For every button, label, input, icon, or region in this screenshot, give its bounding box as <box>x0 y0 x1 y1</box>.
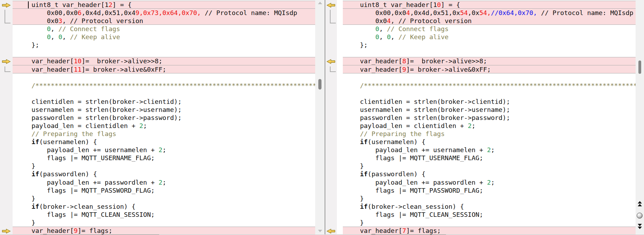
code-line[interactable]: if(passwordlen) { <box>343 170 636 178</box>
autoscroll-origin-icon[interactable] <box>637 213 643 219</box>
code-segment: 0 <box>437 1 441 8</box>
code-line[interactable]: } <box>13 194 315 202</box>
diff-code-line[interactable]: var_header[11]= broker->alive&0xFF; <box>13 65 315 73</box>
code-line[interactable]: payload_len = clientidlen + 2; <box>13 122 315 130</box>
right-vertical-scrollbar[interactable] <box>636 0 644 234</box>
left-scrollbar-thumb[interactable] <box>318 79 321 90</box>
code-line[interactable]: 0, // Connect flags <box>13 25 315 33</box>
code-segment: /***************************************… <box>16 82 315 89</box>
code-segment: var_header[ <box>16 57 74 65</box>
diff-code-line[interactable]: var_header[8]= broker->alive>>8; <box>343 57 636 65</box>
diff-code-line[interactable]: 0x03, // Protocol version <box>13 17 315 25</box>
scroll-up-icon[interactable] <box>315 0 325 6</box>
diff-code-line[interactable]: 0x00,0x06,0x4d,0x51,0x49,0x73,0x64,0x70,… <box>13 9 315 17</box>
code-segment: if <box>345 170 368 178</box>
code-line[interactable]: } <box>13 162 315 170</box>
right-scrollbar-thumb[interactable] <box>638 60 641 74</box>
code-line[interactable]: payload_len = clientidlen + 2; <box>343 122 636 130</box>
code-segment: , // Protocol version <box>391 17 472 24</box>
code-segment: // Keep alive <box>70 33 120 41</box>
scroll-to-bottom-icon[interactable] <box>637 224 643 229</box>
code-line[interactable]: if(usernamelen) { <box>13 138 315 146</box>
code-line[interactable]: /***************************************… <box>343 81 636 90</box>
code-line[interactable] <box>13 90 315 98</box>
code-line[interactable]: } <box>343 194 636 202</box>
diff-code-line[interactable]: var_header[9]= broker->alive&0xFF; <box>343 65 636 73</box>
code-line[interactable]: flags |= MQTT_USERNAME_FLAG; <box>13 154 315 162</box>
code-line[interactable]: 0, // Connect flags <box>343 25 636 33</box>
code-line[interactable]: }; <box>343 41 636 49</box>
code-segment: 0 <box>16 33 51 41</box>
code-line[interactable]: clientidlen = strlen(broker->clientid); <box>13 98 315 106</box>
code-segment: clientidlen = strlen(broker->clientid); <box>16 98 182 105</box>
code-segment: var_header[ <box>16 227 74 234</box>
scroll-to-top-icon[interactable] <box>637 201 643 206</box>
diff-code-line[interactable]: uint8_t var_header[12] = { <box>13 1 315 9</box>
code-segment: 7 <box>402 227 406 234</box>
code-line[interactable]: clientidlen = strlen(broker->clientid); <box>343 98 636 106</box>
code-segment: (broker->clean_session) { <box>368 203 464 210</box>
code-line[interactable]: passwordlen = strlen(broker->password); <box>13 114 315 122</box>
code-segment: 4 <box>406 9 410 16</box>
right-code-lines[interactable]: uint8_t var_header[10] = { 0x00,0x04,0x4… <box>343 0 636 235</box>
code-line[interactable]: } <box>343 162 636 170</box>
code-line[interactable]: flags |= MQTT_PASSWORD_FLAG; <box>343 186 636 194</box>
code-line[interactable] <box>343 90 636 98</box>
diff-code-line[interactable]: var_header[10]= broker->alive>>8; <box>13 57 315 65</box>
code-line[interactable]: flags |= MQTT_CLEAN_SESSION; <box>13 211 315 219</box>
code-line[interactable]: if(broker->clean_session) { <box>343 202 636 211</box>
code-line[interactable]: usernamelen = strlen(broker->username); <box>13 106 315 114</box>
code-segment: 9 <box>402 66 406 73</box>
code-segment: 8 <box>402 57 406 65</box>
code-line[interactable]: payload_len += passwordlen + 2; <box>343 178 636 186</box>
left-pane-gutter <box>0 0 13 235</box>
code-line[interactable]: passwordlen = strlen(broker->password); <box>343 114 636 122</box>
code-segment: // Connect flags <box>58 25 120 33</box>
code-line[interactable]: flags |= MQTT_CLEAN_SESSION; <box>343 211 636 219</box>
diff-code-line[interactable]: var_header[9]= flags; <box>13 227 315 235</box>
left-vertical-scrollbar[interactable] <box>315 0 325 234</box>
text-caret <box>28 1 29 8</box>
code-line[interactable]: /***************************************… <box>13 81 315 90</box>
code-segment: var_header[ <box>345 66 402 73</box>
code-segment: passwordlen = strlen(broker->password); <box>345 114 510 121</box>
code-line[interactable]: payload_len += usernamelen + 2; <box>343 146 636 154</box>
code-line[interactable]: if(broker->clean_session) { <box>13 202 315 211</box>
code-line[interactable]: 0, 0, // Keep alive <box>343 33 636 41</box>
code-segment: flags |= MQTT_PASSWORD_FLAG; <box>345 187 483 194</box>
code-line[interactable]: } <box>343 219 636 227</box>
code-segment: 4 <box>387 17 391 24</box>
code-segment: payload_len += passwordlen + <box>345 179 487 186</box>
code-segment: ; <box>491 146 495 154</box>
scroll-down-icon[interactable] <box>315 228 325 234</box>
diff-code-line[interactable]: var_header[7]= flags; <box>343 227 636 235</box>
code-line[interactable] <box>13 73 315 81</box>
code-line[interactable]: if(passwordlen) { <box>13 170 315 178</box>
right-file-pane[interactable]: uint8_t var_header[10] = { 0x00,0x04,0x4… <box>337 0 636 235</box>
code-line[interactable]: 0, 0, // Keep alive <box>13 33 315 41</box>
code-segment: // Protocol name: MQIsdp <box>537 9 633 16</box>
code-line[interactable]: payload_len += usernamelen + 2; <box>13 146 315 154</box>
code-line[interactable]: // Preparing the flags <box>343 130 636 138</box>
code-line[interactable] <box>343 49 636 57</box>
left-file-pane[interactable]: uint8_t var_header[12] = { 0x00,0x06,0x4… <box>13 0 315 235</box>
code-line[interactable] <box>13 49 315 57</box>
code-line[interactable]: // Preparing the flags <box>13 130 315 138</box>
diff-code-line[interactable]: 0x00,0x04,0x4d,0x51,0x54,0x54,//0x64,0x7… <box>343 9 636 17</box>
code-line[interactable]: } <box>13 219 315 227</box>
code-segment: if <box>16 170 39 178</box>
code-line[interactable]: if(usernamelen) { <box>343 138 636 146</box>
left-code-lines[interactable]: uint8_t var_header[12] = { 0x00,0x06,0x4… <box>13 0 315 235</box>
code-line[interactable]: }; <box>13 41 315 49</box>
diff-code-line[interactable]: uint8_t var_header[10] = { <box>343 1 636 9</box>
code-segment: if <box>16 203 39 210</box>
code-line[interactable]: usernamelen = strlen(broker->username); <box>343 106 636 114</box>
code-line[interactable]: payload_len += passwordlen + 2; <box>13 178 315 186</box>
diff-pointer-right-icon <box>2 2 11 7</box>
code-line[interactable]: flags |= MQTT_PASSWORD_FLAG; <box>13 186 315 194</box>
diff-code-line[interactable]: 0x04, // Protocol version <box>343 17 636 25</box>
code-line[interactable]: flags |= MQTT_USERNAME_FLAG; <box>343 154 636 162</box>
code-segment: // Connect flags <box>387 25 448 33</box>
code-line[interactable] <box>343 73 636 81</box>
code-segment: flags |= MQTT_CLEAN_SESSION; <box>345 211 483 218</box>
